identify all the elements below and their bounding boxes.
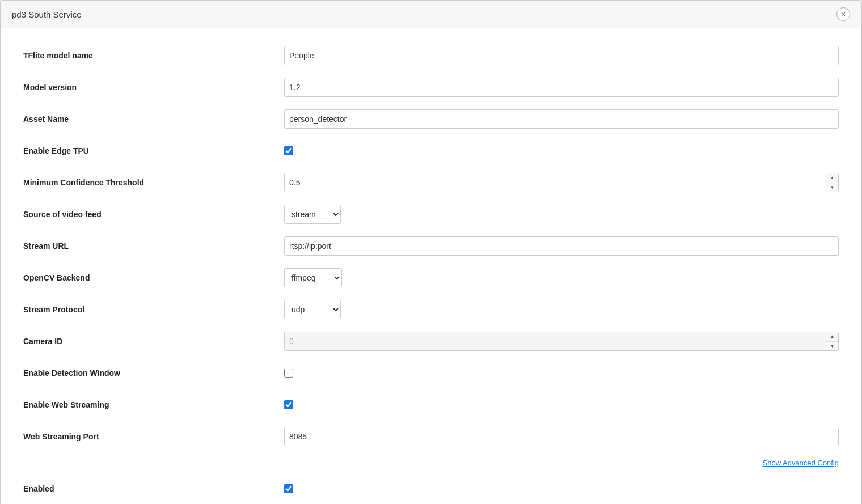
enable-web-streaming-row: Enable Web Streaming [23, 395, 839, 415]
opencv-backend-label: OpenCV Backend [23, 273, 284, 282]
web-streaming-port-label: Web Streaming Port [23, 432, 284, 441]
camera-id-row: Camera ID ▲ ▼ [23, 331, 839, 351]
model-version-row: Model version [23, 77, 839, 98]
modal-body: TFlite model name Model version Asset Na… [1, 28, 861, 504]
min-confidence-spinner-wrapper: ▲ ▼ [284, 173, 839, 192]
enabled-checkbox[interactable] [284, 484, 293, 493]
camera-id-input[interactable] [284, 332, 839, 351]
asset-name-row: Asset Name [23, 109, 839, 129]
enabled-row: Enabled [23, 478, 839, 499]
modal-header: pd3 South Service × [1, 1, 861, 28]
min-confidence-up-button[interactable]: ▲ [826, 173, 838, 183]
modal-title: pd3 South Service [12, 10, 82, 19]
camera-id-down-button[interactable]: ▼ [826, 342, 838, 351]
min-confidence-input[interactable] [284, 173, 839, 192]
stream-url-label: Stream URL [23, 242, 284, 251]
min-confidence-label: Minimum Confidence Threshold [23, 178, 284, 187]
source-video-feed-select[interactable]: stream camera file [284, 205, 341, 224]
stream-protocol-row: Stream Protocol udp tcp [23, 299, 839, 320]
asset-name-label: Asset Name [23, 115, 284, 124]
model-version-label: Model version [23, 83, 284, 92]
camera-id-label: Camera ID [23, 337, 284, 346]
min-confidence-down-button[interactable]: ▼ [826, 183, 838, 192]
enable-edge-tpu-row: Enable Edge TPU [23, 141, 839, 161]
stream-url-row: Stream URL [23, 236, 839, 256]
asset-name-input[interactable] [284, 109, 839, 129]
enable-edge-tpu-checkbox[interactable] [284, 146, 293, 155]
enabled-label: Enabled [23, 484, 284, 493]
stream-url-input[interactable] [284, 236, 839, 256]
camera-id-spinner-btns: ▲ ▼ [826, 332, 838, 350]
source-video-feed-label: Source of video feed [23, 210, 284, 219]
show-advanced-config-link[interactable]: Show Advanced Config [763, 459, 839, 467]
opencv-backend-select[interactable]: ffmpeg gstreamer v4l2 [284, 268, 342, 287]
min-confidence-spinner-btns: ▲ ▼ [826, 173, 838, 192]
camera-id-spinner-wrapper: ▲ ▼ [284, 332, 839, 351]
modal: pd3 South Service × TFlite model name Mo… [0, 0, 862, 504]
source-video-feed-row: Source of video feed stream camera file [23, 204, 839, 225]
model-version-input[interactable] [284, 78, 839, 97]
enable-detection-window-checkbox[interactable] [284, 369, 293, 378]
tflite-model-name-row: TFlite model name [23, 45, 839, 66]
close-button[interactable]: × [836, 7, 850, 21]
enable-web-streaming-label: Enable Web Streaming [23, 400, 284, 409]
opencv-backend-row: OpenCV Backend ffmpeg gstreamer v4l2 [23, 268, 839, 288]
enable-detection-window-label: Enable Detection Window [23, 369, 284, 378]
stream-protocol-select[interactable]: udp tcp [284, 300, 341, 319]
web-streaming-port-row: Web Streaming Port [23, 426, 839, 447]
enable-edge-tpu-label: Enable Edge TPU [23, 146, 284, 155]
min-confidence-row: Minimum Confidence Threshold ▲ ▼ [23, 172, 839, 193]
stream-protocol-label: Stream Protocol [23, 305, 284, 314]
enable-web-streaming-checkbox[interactable] [284, 400, 293, 409]
camera-id-up-button[interactable]: ▲ [826, 332, 838, 342]
show-advanced-config-section: Show Advanced Config [23, 458, 839, 467]
tflite-model-name-input[interactable] [284, 46, 839, 65]
tflite-model-name-label: TFlite model name [23, 51, 284, 60]
web-streaming-port-input[interactable] [284, 427, 839, 446]
enable-detection-window-row: Enable Detection Window [23, 363, 839, 383]
